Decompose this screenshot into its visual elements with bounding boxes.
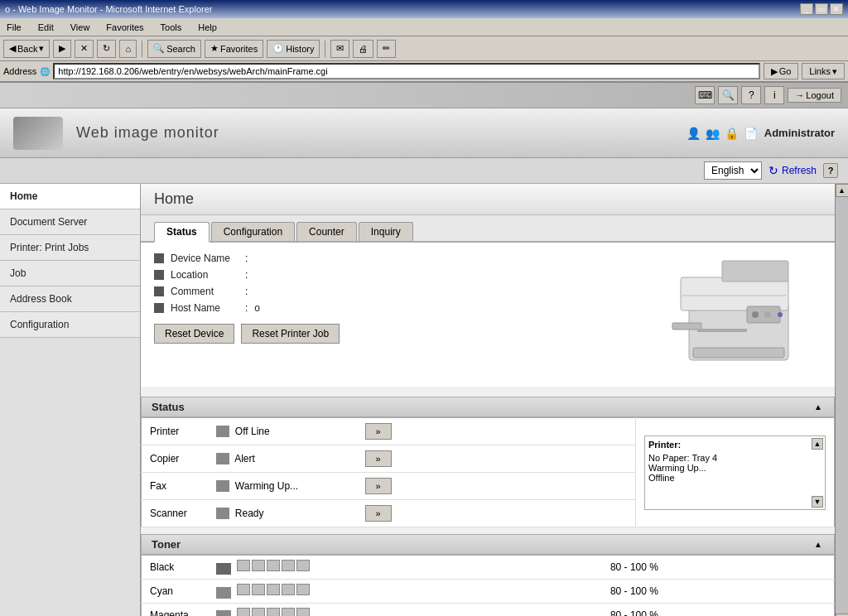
toner-seg: [267, 608, 280, 616]
bullet-location: [154, 270, 164, 280]
toner-seg: [296, 584, 310, 595]
forward-button[interactable]: ▶: [53, 40, 71, 58]
fax-status: Warming Up...: [208, 473, 357, 500]
toner-seg: [237, 584, 250, 595]
refresh-circle-icon: ↻: [768, 164, 778, 177]
status-collapse-button[interactable]: ▲: [812, 402, 824, 413]
tab-status[interactable]: Status: [154, 222, 210, 243]
edit-button[interactable]: ✏: [377, 40, 396, 58]
field-comment: Comment :: [154, 286, 643, 297]
action-buttons: Reset Device Reset Printer Job: [154, 324, 643, 344]
main-scrollbar: ▲ ▼: [835, 184, 848, 616]
fax-arrow-cell: »: [357, 473, 636, 500]
sidebar-item-home[interactable]: Home: [0, 184, 140, 209]
copier-detail-button[interactable]: »: [365, 450, 392, 467]
black-level: 80 - 100 %: [602, 556, 835, 580]
toner-seg: [282, 608, 295, 616]
reset-printer-job-button[interactable]: Reset Printer Job: [241, 324, 340, 344]
reset-device-button[interactable]: Reset Device: [154, 324, 234, 344]
tab-inquiry[interactable]: Inquiry: [359, 222, 413, 241]
address-bar: Address 🌐 ▶ Go Links ▾: [0, 61, 848, 83]
home-icon: ⌂: [125, 44, 131, 54]
status-section-header: Status ▲: [141, 397, 835, 417]
svg-rect-2: [722, 261, 788, 282]
status-table: Printer Off Line » ▲ Printer:: [141, 417, 835, 527]
sidebar-item-job[interactable]: Job: [0, 261, 140, 286]
sidebar-item-address-book[interactable]: Address Book: [0, 286, 140, 312]
toner-seg: [252, 584, 265, 595]
search-toolbar-button[interactable]: 🔍 Search: [147, 40, 201, 58]
search-icon-btn[interactable]: 🔍: [718, 86, 738, 104]
label-device-name: Device Name: [171, 253, 245, 264]
home-button[interactable]: ⌂: [119, 40, 137, 58]
printer-status: Off Line: [208, 418, 357, 445]
toner-seg: [267, 584, 280, 595]
menu-tools[interactable]: Tools: [157, 21, 186, 34]
toner-seg: [296, 560, 310, 571]
menu-edit[interactable]: Edit: [35, 21, 57, 34]
stop-button[interactable]: ✕: [75, 40, 94, 58]
scroll-up-arrow[interactable]: ▲: [812, 438, 823, 450]
toner-collapse-button[interactable]: ▲: [812, 539, 824, 551]
menu-file[interactable]: File: [3, 21, 25, 34]
refresh-button[interactable]: ↻ Refresh: [768, 164, 817, 177]
svg-point-8: [778, 312, 783, 317]
scroll-track[interactable]: [836, 197, 848, 614]
toner-icon-black: [216, 563, 231, 575]
field-device-name: Device Name :: [154, 253, 643, 264]
scroll-down-arrow[interactable]: ▼: [812, 496, 823, 508]
minimize-btn[interactable]: _: [800, 3, 813, 15]
menu-bar: File Edit View Favorites Tools Help: [0, 18, 848, 36]
admin-label: Administrator: [764, 127, 835, 139]
refresh-icon: ↻: [103, 43, 110, 54]
toner-seg: [296, 608, 310, 616]
help-icon-btn[interactable]: ?: [741, 86, 761, 104]
menu-help[interactable]: Help: [195, 21, 220, 34]
sidebar-item-configuration[interactable]: Configuration: [0, 312, 140, 338]
stop-icon: ✕: [80, 43, 88, 54]
toner-seg: [252, 560, 265, 571]
mail-button[interactable]: ✉: [330, 40, 349, 58]
menu-favorites[interactable]: Favorites: [103, 21, 147, 34]
copier-status-icon: [216, 453, 229, 464]
info-line-2: Warming Up...: [648, 463, 822, 473]
scanner-label: Scanner: [142, 500, 208, 527]
scroll-up-button[interactable]: ▲: [836, 184, 849, 197]
scanner-detail-button[interactable]: »: [365, 505, 392, 522]
language-select[interactable]: English: [704, 161, 762, 180]
sidebar-item-document-server[interactable]: Document Server: [0, 209, 140, 235]
go-button[interactable]: ▶ Go: [764, 63, 799, 79]
printer-detail-button[interactable]: »: [365, 423, 392, 440]
close-btn[interactable]: ✕: [830, 3, 843, 15]
tabs: Status Configuration Counter Inquiry: [141, 215, 835, 243]
history-toolbar-button[interactable]: 🕐 History: [267, 40, 320, 58]
printer-label: Printer: [142, 418, 208, 445]
device-fields: Device Name : Location :: [154, 253, 643, 377]
back-button[interactable]: ◀ Back ▾: [3, 40, 50, 58]
sidebar-item-printer-print-jobs[interactable]: Printer: Print Jobs: [0, 235, 140, 261]
tab-counter[interactable]: Counter: [296, 222, 357, 241]
favorites-toolbar-button[interactable]: ★ Favorites: [205, 40, 263, 58]
svg-point-7: [764, 311, 771, 318]
doc-icon: 📄: [744, 127, 758, 140]
info-icon-btn[interactable]: i: [764, 86, 784, 104]
address-input[interactable]: [53, 63, 759, 79]
table-row: Printer Off Line » ▲ Printer:: [142, 418, 835, 445]
bullet-host-name: [154, 303, 164, 313]
refresh-button[interactable]: ↻: [97, 40, 116, 58]
black-bar-cell: [208, 556, 602, 580]
keyboard-icon-btn[interactable]: ⌨: [695, 86, 715, 104]
field-location: Location :: [154, 269, 643, 281]
black-label: Black: [142, 556, 208, 580]
print-button[interactable]: 🖨: [353, 40, 373, 58]
toner-section-header: Toner ▲: [141, 534, 835, 555]
links-button[interactable]: Links ▾: [802, 63, 845, 79]
restore-btn[interactable]: ▭: [815, 3, 828, 15]
device-image: [656, 253, 822, 377]
menu-view[interactable]: View: [67, 21, 94, 34]
page-help-button[interactable]: ?: [823, 163, 838, 178]
tab-configuration[interactable]: Configuration: [211, 222, 295, 241]
fax-detail-button[interactable]: »: [365, 478, 392, 494]
logout-button[interactable]: → Logout: [788, 88, 841, 103]
field-host-name: Host Name : o: [154, 302, 643, 314]
